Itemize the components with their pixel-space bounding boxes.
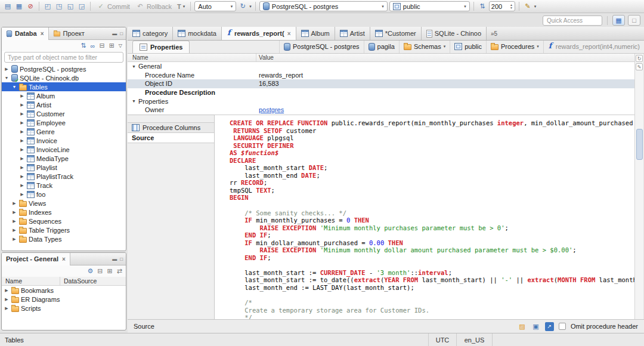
expand-arrow-icon[interactable]: ▶ bbox=[19, 129, 25, 134]
disconnect-icon[interactable]: ⊘ bbox=[26, 2, 35, 11]
column-header-datasource[interactable]: DataSource bbox=[60, 277, 126, 285]
tree-item-employee[interactable]: ▶Employee bbox=[2, 118, 126, 127]
tree-item-table-triggers[interactable]: ▶Table Triggers bbox=[2, 225, 126, 234]
expand-arrow-icon[interactable]: ▶ bbox=[11, 201, 17, 206]
expand-arrow-icon[interactable]: ▶ bbox=[11, 228, 17, 233]
object-filter-input[interactable]: Type part of object name to filter bbox=[4, 52, 123, 63]
owner-link[interactable]: postgres bbox=[259, 106, 284, 113]
sync-rows-icon[interactable]: ⇅ bbox=[478, 2, 487, 11]
expand-arrow-icon[interactable]: ▶ bbox=[19, 94, 25, 98]
rollback-button[interactable]: ↶ Rollback bbox=[134, 2, 174, 11]
edit-value-icon[interactable]: ✎ bbox=[636, 63, 643, 70]
tree-item-indexes[interactable]: ▶Indexes bbox=[2, 208, 126, 217]
expand-all-icon[interactable]: ⊞ bbox=[107, 267, 113, 275]
tree-item-album[interactable]: ▶Album bbox=[2, 91, 126, 100]
project-item-bookmarks[interactable]: ▶Bookmarks bbox=[2, 286, 126, 295]
perspective-dbeaver-icon[interactable]: ▦ bbox=[612, 15, 625, 26]
quick-access-input[interactable]: Quick Access bbox=[543, 16, 602, 26]
view-menu-icon[interactable]: ▽ bbox=[119, 43, 122, 48]
commit-button[interactable]: ✓ Commit bbox=[94, 2, 132, 11]
expand-all-icon[interactable]: ⊞ bbox=[109, 42, 114, 50]
property-row-general[interactable]: ▼General bbox=[128, 62, 634, 71]
spinner-arrows-icon[interactable]: ▲▼ bbox=[510, 4, 513, 10]
sync-selection-icon[interactable]: ⇅ bbox=[80, 42, 86, 50]
project-item-scripts[interactable]: ▶Scripts bbox=[2, 304, 126, 313]
tree-item-invoiceline[interactable]: ▶InvoiceLine bbox=[2, 145, 126, 154]
tab-properties[interactable]: Properties bbox=[132, 41, 190, 53]
editor-tab-customer[interactable]: *Customer bbox=[370, 27, 422, 40]
expand-arrow-icon[interactable]: ▶ bbox=[19, 156, 25, 161]
tree-item-data-types[interactable]: ▶Data Types bbox=[2, 234, 126, 243]
editor-subtab-source[interactable]: Source bbox=[128, 132, 214, 143]
tree-item-mediatype[interactable]: ▶MediaType bbox=[2, 154, 126, 163]
expand-arrow-icon[interactable]: ▶ bbox=[19, 138, 25, 143]
breadcrumb-item-pagila[interactable]: pagila bbox=[364, 41, 399, 53]
expand-arrow-icon[interactable]: ▶ bbox=[19, 103, 25, 107]
refresh-timer-icon[interactable]: ↻ bbox=[238, 2, 247, 11]
edit-pencil-icon[interactable]: ✎ bbox=[523, 2, 532, 11]
grid-column-value[interactable]: Value bbox=[256, 54, 634, 61]
scrollbar-thumb[interactable] bbox=[636, 129, 643, 160]
tree-item-track[interactable]: ▶Track bbox=[2, 181, 126, 190]
save-to-file-icon[interactable]: ▣ bbox=[531, 322, 540, 331]
breadcrumb-item-procedures[interactable]: Procedures▾ bbox=[486, 41, 543, 53]
expand-arrow-icon[interactable]: ▶ bbox=[19, 174, 25, 179]
expand-arrow-icon[interactable]: ▶ bbox=[19, 165, 25, 170]
expand-arrow-icon[interactable]: ▶ bbox=[19, 147, 25, 152]
sql-editor-icon[interactable]: ▤ bbox=[3, 2, 13, 11]
tab-projects[interactable]: Проект bbox=[49, 27, 89, 40]
breadcrumb-item-public[interactable]: public bbox=[450, 41, 486, 53]
expand-arrow-icon[interactable]: ▶ bbox=[4, 67, 10, 72]
minimize-icon[interactable]: ▬ bbox=[112, 31, 117, 36]
editor-tab-mockdata[interactable]: mockdata bbox=[173, 27, 222, 40]
expand-arrow-icon[interactable]: ▶ bbox=[19, 112, 25, 116]
window-layout-bottom-right-icon[interactable]: ◲ bbox=[77, 2, 86, 11]
expand-arrow-icon[interactable]: ▶ bbox=[19, 192, 25, 197]
collapse-arrow-icon[interactable]: ▼ bbox=[131, 64, 137, 69]
editor-tab-sqlite-chinoo[interactable]: SQLite - Chinoo bbox=[422, 27, 487, 40]
maximize-icon[interactable]: □ bbox=[120, 31, 123, 36]
property-row-procedure-name[interactable]: Procedure Namerewards_report bbox=[128, 71, 634, 80]
tree-item-tables[interactable]: ▼Tables bbox=[2, 82, 126, 91]
persist-changes-icon[interactable]: ▨ bbox=[518, 322, 527, 331]
editor-subtab-procedure-columns[interactable]: Procedure Columns bbox=[128, 122, 214, 133]
expand-arrow-icon[interactable]: ▶ bbox=[11, 237, 17, 242]
editor-tab-rewards-report[interactable]: rewards_report(× bbox=[222, 27, 296, 40]
expand-arrow-icon[interactable]: ▶ bbox=[4, 288, 10, 293]
fetch-size-input[interactable]: 200 ▲▼ bbox=[489, 1, 515, 11]
new-sql-script-icon[interactable]: ▦ bbox=[14, 2, 24, 11]
expand-arrow-icon[interactable]: ▶ bbox=[19, 183, 25, 188]
open-in-sql-editor-icon[interactable]: ↗ bbox=[545, 322, 554, 331]
tree-item-sequences[interactable]: ▶Sequences bbox=[2, 217, 126, 225]
vertical-scrollbar[interactable]: ↻ ✎ bbox=[634, 54, 643, 319]
window-layout-top-right-icon[interactable]: ◳ bbox=[54, 2, 64, 11]
tree-item-views[interactable]: ▶Views bbox=[2, 199, 126, 208]
tab-project-general[interactable]: Project - General × bbox=[2, 253, 70, 265]
expand-arrow-icon[interactable]: ▶ bbox=[11, 219, 17, 224]
tree-item-invoice[interactable]: ▶Invoice bbox=[2, 136, 126, 145]
breadcrumb-item-postgresql-postgres[interactable]: PostgreSQL - postgres bbox=[279, 41, 363, 53]
column-header-name[interactable]: Name bbox=[2, 277, 60, 285]
chevron-down-icon[interactable]: ▾ bbox=[444, 44, 446, 49]
link-editor-icon[interactable]: ⇄ bbox=[117, 267, 122, 275]
tree-item-postgresql-postgres[interactable]: ▶PostgreSQL - postgres bbox=[2, 64, 126, 73]
property-row-procedure-description[interactable]: Procedure Description bbox=[128, 88, 634, 97]
editor-tab-category[interactable]: category bbox=[128, 27, 173, 40]
collapse-arrow-icon[interactable]: ▼ bbox=[4, 76, 10, 80]
tree-item-sqlite-chinook-db[interactable]: ▼SQLite - Chinook.db bbox=[2, 73, 126, 82]
breadcrumb-item-schemas[interactable]: Schemas▾ bbox=[399, 41, 450, 53]
settings-gear-icon[interactable]: ⚙ bbox=[87, 267, 93, 275]
project-item-er-diagrams[interactable]: ▶ER Diagrams bbox=[2, 295, 126, 304]
link-editor-icon[interactable]: ∞ bbox=[91, 42, 95, 50]
property-row-properties[interactable]: ▼Properties bbox=[128, 97, 634, 106]
tree-item-playlisttrack[interactable]: ▶PlaylistTrack bbox=[2, 172, 126, 181]
grid-column-name[interactable]: Name bbox=[128, 54, 256, 61]
tree-item-customer[interactable]: ▶Customer bbox=[2, 109, 126, 118]
tree-item-foo[interactable]: ▶foo bbox=[2, 190, 126, 199]
editor-tab-album[interactable]: Album bbox=[296, 27, 335, 40]
close-tab-icon[interactable]: × bbox=[287, 30, 291, 37]
property-row-object-id[interactable]: Object ID16,583 bbox=[128, 79, 634, 88]
breadcrumb-item-rewards-report-int4-numeric[interactable]: rewards_report(int4,numeric) bbox=[543, 41, 644, 53]
expand-arrow-icon[interactable]: ▶ bbox=[4, 297, 10, 302]
refresh-icon[interactable]: ↻ bbox=[636, 55, 643, 62]
